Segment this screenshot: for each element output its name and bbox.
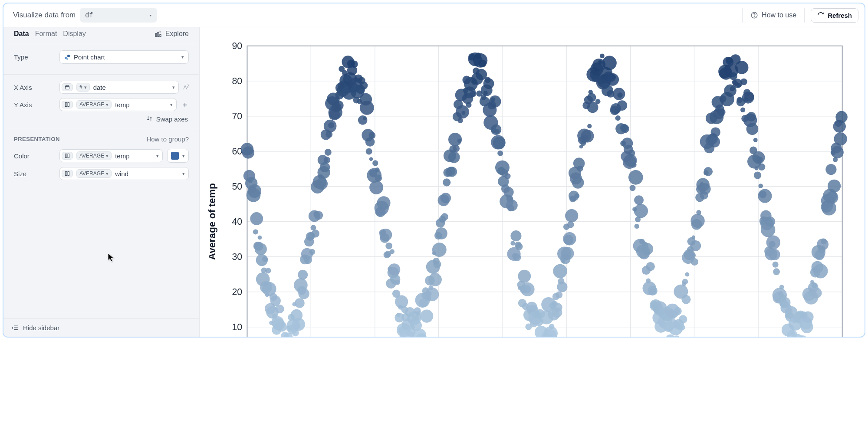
color-swatch-select[interactable]: ▾ xyxy=(167,149,189,163)
svg-point-135 xyxy=(328,122,334,128)
svg-point-319 xyxy=(518,270,531,283)
svg-point-142 xyxy=(333,100,343,110)
svg-point-166 xyxy=(360,82,368,90)
add-yaxis-icon[interactable]: ＋ xyxy=(181,99,189,110)
svg-point-157 xyxy=(351,60,358,68)
svg-point-485 xyxy=(696,210,701,215)
yaxis-agg-pill[interactable]: AVERAGE ▾ xyxy=(76,100,112,109)
svg-point-177 xyxy=(372,160,378,166)
svg-point-540 xyxy=(754,166,758,170)
svg-point-412 xyxy=(617,100,627,111)
svg-point-180 xyxy=(375,174,382,181)
refresh-button[interactable]: Refresh xyxy=(811,8,858,23)
svg-point-261 xyxy=(461,111,465,115)
dataframe-select[interactable]: df ▾ xyxy=(80,8,157,23)
explore-button[interactable]: Explore xyxy=(155,30,189,38)
svg-text:50: 50 xyxy=(232,181,242,192)
chevron-down-icon: ▾ xyxy=(181,54,184,60)
svg-point-179 xyxy=(375,167,379,172)
svg-rect-3 xyxy=(158,32,159,36)
chart-type-value: Point chart xyxy=(74,53,105,61)
tab-data[interactable]: Data xyxy=(14,30,29,38)
svg-text:90: 90 xyxy=(232,41,242,51)
presentation-title: PRESENTATION xyxy=(14,136,60,142)
svg-point-234 xyxy=(428,273,442,286)
svg-point-198 xyxy=(395,279,400,285)
svg-point-539 xyxy=(753,138,758,142)
swap-icon xyxy=(146,115,153,123)
svg-point-369 xyxy=(574,193,579,198)
svg-point-588 xyxy=(801,321,813,333)
svg-text:Average of temp: Average of temp xyxy=(206,183,217,260)
svg-rect-2 xyxy=(155,33,157,36)
svg-point-370 xyxy=(572,177,584,188)
svg-point-507 xyxy=(718,108,726,116)
svg-text:30: 30 xyxy=(232,252,242,262)
svg-point-430 xyxy=(634,204,648,218)
svg-point-178 xyxy=(369,180,383,194)
yaxis-field-select[interactable]: AVERAGE ▾ temp ▾ xyxy=(59,98,177,111)
svg-point-479 xyxy=(689,252,696,259)
tab-display[interactable]: Display xyxy=(63,30,85,38)
how-to-use-link[interactable]: How to use xyxy=(742,8,805,23)
svg-point-311 xyxy=(510,230,521,241)
color-field-value: temp xyxy=(115,152,153,160)
svg-text:60: 60 xyxy=(232,146,242,157)
calendar-icon xyxy=(62,83,73,91)
color-field-select[interactable]: AVERAGE ▾ temp ▾ xyxy=(59,149,163,162)
sort-az-icon[interactable]: AZ xyxy=(183,84,189,91)
svg-point-415 xyxy=(621,125,629,133)
svg-point-296 xyxy=(497,151,503,156)
size-agg-pill[interactable]: AVERAGE ▾ xyxy=(76,169,112,178)
svg-point-307 xyxy=(506,200,518,211)
chevron-down-icon: ▾ xyxy=(182,153,185,159)
svg-point-442 xyxy=(651,289,656,295)
svg-point-517 xyxy=(730,86,735,92)
xaxis-field-select[interactable]: # ▾ date ▾ xyxy=(59,81,179,94)
svg-point-484 xyxy=(690,214,704,228)
svg-point-240 xyxy=(435,227,447,239)
tab-format[interactable]: Format xyxy=(35,30,57,38)
svg-rect-8 xyxy=(66,154,67,158)
svg-point-123 xyxy=(314,211,323,220)
svg-point-589 xyxy=(802,311,814,322)
refresh-label: Refresh xyxy=(828,12,852,19)
svg-point-527 xyxy=(740,108,745,112)
svg-point-465 xyxy=(674,307,681,315)
svg-point-379 xyxy=(581,130,594,143)
svg-point-131 xyxy=(324,157,330,163)
swap-axes-button[interactable]: Swap axes xyxy=(14,115,189,123)
svg-point-389 xyxy=(595,99,601,104)
svg-point-404 xyxy=(612,75,616,79)
svg-point-75 xyxy=(265,268,271,273)
number-type-pill[interactable]: # ▾ xyxy=(76,83,90,92)
svg-point-597 xyxy=(811,288,822,299)
svg-point-612 xyxy=(826,191,838,203)
svg-rect-6 xyxy=(66,103,67,107)
chart-type-select[interactable]: Point chart ▾ xyxy=(59,50,189,64)
how-to-group-link[interactable]: How to group? xyxy=(146,135,189,143)
svg-point-439 xyxy=(646,262,655,271)
svg-point-545 xyxy=(758,164,765,171)
layout-icon xyxy=(62,101,73,108)
svg-point-293 xyxy=(495,129,500,134)
svg-point-601 xyxy=(813,264,828,279)
layout-icon xyxy=(62,152,73,160)
svg-point-258 xyxy=(458,118,463,123)
svg-point-481 xyxy=(691,258,698,266)
svg-point-391 xyxy=(598,60,602,65)
chevron-down-icon: ▾ xyxy=(172,85,175,90)
svg-rect-7 xyxy=(68,103,69,107)
svg-point-544 xyxy=(758,184,763,188)
svg-rect-9 xyxy=(68,154,69,158)
size-field-select[interactable]: AVERAGE ▾ wind ▾ xyxy=(59,167,189,180)
svg-point-129 xyxy=(320,162,330,172)
topbar: Visualize data from df ▾ How to use Refr… xyxy=(3,3,865,27)
color-agg-pill[interactable]: AVERAGE ▾ xyxy=(76,151,112,160)
svg-point-422 xyxy=(630,185,636,191)
hide-sidebar-button[interactable]: Hide sidebar xyxy=(3,318,199,337)
svg-point-526 xyxy=(735,61,749,74)
scatter-chart[interactable]: -1001020304050607080902018July2019July20… xyxy=(204,36,852,338)
svg-point-472 xyxy=(682,279,688,284)
svg-text:40: 40 xyxy=(232,216,242,227)
